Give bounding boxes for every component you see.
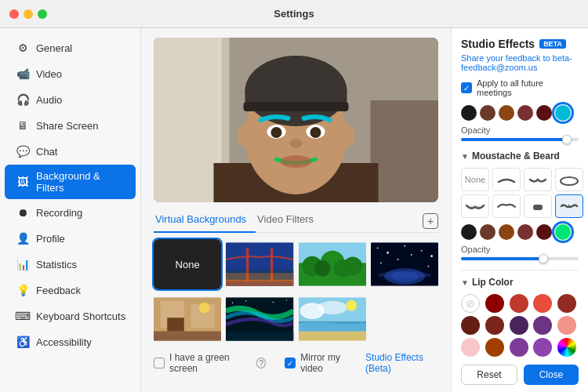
sidebar-item-feedback[interactable]: 💡 Feedback (5, 278, 136, 303)
svg-point-56 (273, 302, 274, 303)
mustache-style-1[interactable] (492, 168, 521, 191)
lip-swatch-pink[interactable] (557, 316, 576, 335)
sidebar-item-keyboard[interactable]: ⌨ Keyboard Shortcuts (5, 303, 136, 328)
lip-swatch-darkred[interactable] (485, 294, 504, 313)
svg-point-14 (271, 127, 282, 138)
lip-swatch-purple[interactable] (533, 316, 552, 335)
profile-icon: 👤 (16, 231, 30, 245)
svg-point-16 (290, 139, 303, 148)
bg-bridge-item[interactable] (226, 239, 293, 289)
sidebar-item-accessibility[interactable]: ♿ Accessibility (5, 329, 136, 354)
close-button[interactable]: Close (524, 365, 579, 385)
maximize-dot[interactable] (38, 9, 47, 19)
bg-nature-item[interactable] (299, 239, 366, 289)
mustache-swatch-sienna[interactable] (499, 224, 514, 240)
mustache-style-6[interactable] (524, 194, 552, 218)
lip-swatch-mauve[interactable] (533, 338, 552, 357)
lip-swatch-red[interactable] (533, 294, 552, 313)
sidebar-item-general[interactable]: ⚙ General (5, 35, 136, 60)
mirror-video-label: Mirror my video (300, 352, 353, 374)
accessibility-icon: ♿ (16, 335, 30, 349)
feedback-link[interactable]: Share your feedback to beta-feedback@zoo… (461, 53, 579, 72)
eyebrow-swatch-maroon[interactable] (536, 105, 552, 121)
sidebar-item-profile[interactable]: 👤 Profile (5, 226, 136, 251)
lip-swatch-violet[interactable] (510, 338, 528, 357)
green-screen-check[interactable] (154, 358, 165, 368)
eyebrow-swatch-black[interactable] (461, 105, 477, 121)
mustache-section-toggle[interactable]: ▼ Moustache & Beard (461, 151, 579, 162)
mustache-style-7[interactable] (555, 194, 583, 218)
mustache-opacity-label: Opacity (461, 245, 579, 254)
bg-space-item[interactable] (371, 239, 438, 289)
apply-checkbox[interactable]: ✓ (461, 82, 472, 93)
mustache-swatch-maroon[interactable] (536, 224, 552, 240)
lip-color-grid: ⊘ (461, 294, 579, 357)
lip-swatch-wine[interactable] (485, 316, 504, 335)
svg-rect-50 (167, 318, 184, 331)
lip-swatch-dark-purple[interactable] (510, 316, 528, 335)
mustache-swatch-green[interactable] (555, 224, 571, 240)
mustache-swatch-brown[interactable] (480, 224, 495, 240)
eyebrow-opacity-slider[interactable] (461, 138, 579, 141)
svg-point-57 (286, 299, 287, 300)
reset-button[interactable]: Reset (461, 365, 517, 385)
bg-none-item[interactable]: None (154, 239, 221, 289)
eyebrow-swatch-sienna[interactable] (499, 105, 514, 121)
sidebar-item-background[interactable]: 🖼 Background & Filters (5, 165, 136, 199)
background-icon: 🖼 (16, 175, 30, 189)
green-screen-checkbox[interactable]: I have a green screen (154, 352, 244, 374)
sidebar: ⚙ General 📹 Video 🎧 Audio 🖥 Share Screen… (0, 28, 141, 392)
sidebar-label-profile: Profile (36, 233, 65, 245)
tab-virtual-backgrounds[interactable]: Virtual Backgrounds (154, 210, 256, 233)
sidebar-item-share-screen[interactable]: 🖥 Share Screen (5, 113, 136, 138)
lip-swatch-brick[interactable] (557, 294, 576, 313)
sidebar-item-recording[interactable]: ⏺ Recording (5, 200, 136, 225)
mustache-style-2[interactable] (524, 168, 552, 191)
mustache-style-4[interactable] (461, 194, 489, 218)
mustache-style-5[interactable] (492, 194, 521, 218)
lip-swatch-crimson[interactable] (510, 294, 528, 313)
minimize-dot[interactable] (24, 9, 33, 19)
video-icon: 📹 (16, 67, 30, 81)
bg-room-item[interactable] (154, 294, 221, 344)
sidebar-label-recording: Recording (36, 207, 82, 219)
recording-icon: ⏺ (16, 205, 30, 220)
sidebar-item-statistics[interactable]: 📊 Statistics (5, 252, 136, 277)
lip-color-section-toggle[interactable]: ▼ Lip Color (461, 277, 579, 288)
tab-video-filters[interactable]: Video Filters (256, 210, 323, 233)
svg-point-54 (232, 303, 233, 303)
svg-point-15 (310, 127, 321, 138)
mirror-video-check[interactable]: ✓ (285, 358, 296, 368)
section-divider (461, 270, 579, 270)
studio-effects-link[interactable]: Studio Effects (Beta) (365, 352, 438, 374)
eyebrow-opacity-label: Opacity (461, 125, 579, 135)
add-background-button[interactable]: + (423, 213, 438, 229)
sidebar-item-chat[interactable]: 💬 Chat (5, 139, 136, 164)
apply-row: ✓ Apply to all future meetings (461, 78, 579, 97)
green-screen-help[interactable]: ? (256, 358, 266, 368)
mirror-video-checkbox[interactable]: ✓ Mirror my video (285, 352, 353, 374)
lip-swatch-light-pink[interactable] (461, 338, 480, 357)
lip-swatch-maroon[interactable] (461, 316, 480, 335)
svg-point-51 (199, 302, 210, 313)
bg-aurora-item[interactable] (226, 294, 293, 344)
lip-swatch-none[interactable]: ⊘ (461, 294, 480, 313)
mustache-none[interactable]: None (461, 168, 489, 191)
title-bar: Settings (0, 0, 588, 28)
svg-rect-25 (226, 273, 293, 281)
mustache-swatch-dark-red[interactable] (517, 224, 533, 240)
eyebrow-swatch-teal[interactable] (555, 105, 571, 121)
mustache-opacity-slider[interactable] (461, 257, 579, 260)
lip-swatch-rainbow[interactable] (557, 338, 576, 357)
bg-beach-item[interactable] (299, 294, 366, 344)
sidebar-item-audio[interactable]: 🎧 Audio (5, 87, 136, 112)
eyebrow-swatch-brown[interactable] (480, 105, 495, 121)
svg-point-63 (346, 300, 357, 311)
sidebar-item-video[interactable]: 📹 Video (5, 61, 136, 86)
mustache-swatch-black[interactable] (461, 224, 477, 240)
close-dot[interactable] (9, 9, 19, 19)
chevron-lip-icon: ▼ (461, 278, 469, 287)
mustache-style-3[interactable] (555, 168, 583, 191)
eyebrow-swatch-dark-red[interactable] (517, 105, 533, 121)
lip-swatch-brown[interactable] (485, 338, 504, 357)
